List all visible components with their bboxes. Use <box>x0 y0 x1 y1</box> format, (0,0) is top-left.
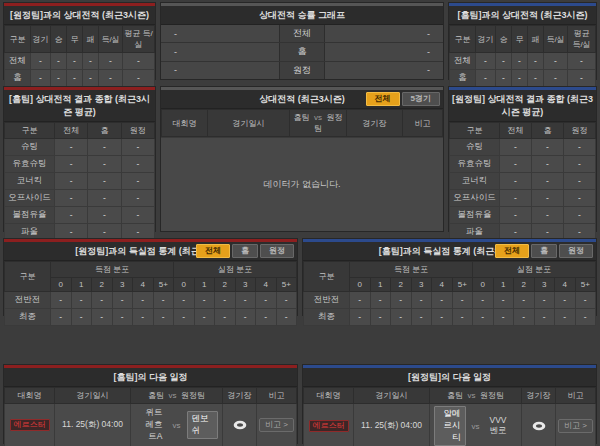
col-header: 비고 <box>403 110 443 137</box>
col-header: 홈 <box>88 123 121 139</box>
stat-cell: - <box>411 292 432 309</box>
stat-cell: - <box>514 309 535 326</box>
table-header-row: 구분 득점 분포 실점 분포 <box>304 262 596 278</box>
stat-cell: - <box>83 70 99 87</box>
stat-cell: - <box>432 292 453 309</box>
datetime-cell: 11. 25(화) 04:00 <box>55 404 131 446</box>
stat-cell: - <box>121 156 154 173</box>
graph-home-value: - <box>161 25 279 42</box>
stat-cell: - <box>391 309 412 326</box>
filter-all-button[interactable]: 전체 <box>495 244 529 258</box>
stat-cell: - <box>92 292 113 309</box>
col-header: 원정 <box>564 123 596 139</box>
col-header: 홈 <box>532 123 564 139</box>
col-header: 비고 <box>257 388 297 404</box>
stat-cell: - <box>121 207 154 224</box>
table-row: 홈 - - - - - - <box>450 70 596 87</box>
stat-cell: - <box>92 309 113 326</box>
graph-row: - 전체 - <box>161 25 443 43</box>
filter-away-button[interactable]: 원정 <box>260 244 294 258</box>
home-team-name: 위트레흐트A <box>135 406 167 444</box>
col-header: 경기장 <box>347 110 403 137</box>
table-row: 최종 ------ ------ <box>304 309 596 326</box>
col-header-home: 홈팀 <box>447 391 463 400</box>
graph-row: - 홈 - <box>161 43 443 61</box>
row-label: 전반전 <box>5 292 51 309</box>
vs-label: vs <box>167 421 187 430</box>
winrate-graph-body: - 전체 - - 홈 - - 원정 - <box>161 25 443 79</box>
stat-cell: - <box>391 292 412 309</box>
stat-cell: - <box>174 292 195 309</box>
col-header: 무 <box>67 26 83 53</box>
note-button[interactable]: 비고 > <box>558 419 593 433</box>
panel-title-h2h-vs-home: [홈팀]과의 상대전적 (최근3시즌) <box>449 3 596 25</box>
filter-all-button[interactable]: 전체 <box>196 244 230 258</box>
stat-cell: - <box>370 292 391 309</box>
table-row: 코너킥--- <box>5 173 155 190</box>
row-label: 오프사이드 <box>5 190 55 207</box>
filter-home-button[interactable]: 홈 <box>232 244 258 258</box>
col-header: 대회명 <box>304 388 354 404</box>
note-cell: 비고 > <box>556 404 596 446</box>
col-header-home: 홈팀 <box>148 391 164 400</box>
stat-cell: - <box>174 309 195 326</box>
stat-cell: - <box>473 309 494 326</box>
col-header-away: 원정팀 <box>181 391 205 400</box>
panel-title-goals-vs-away: [원정팀]과의 득실점 통계 (최근3시즌) 전체 홈 원정 <box>4 239 297 261</box>
stat-cell: - <box>123 53 155 70</box>
stat-cell: - <box>71 292 92 309</box>
panel-title-home-schedule: [홈팀]의 다음 일정 <box>4 365 297 387</box>
stat-cell: - <box>564 190 596 207</box>
graph-row: - 원정 - <box>161 62 443 79</box>
group-header-scored: 득점 분포 <box>51 262 174 278</box>
table-row: 유효슈팅--- <box>450 156 596 173</box>
goals-vs-away-filter-buttons: 전체 홈 원정 <box>196 244 294 258</box>
col-header: 전체 <box>500 123 532 139</box>
col-header: 4 <box>256 278 277 292</box>
stat-cell: - <box>88 207 121 224</box>
graph-row-label: 원정 <box>279 62 325 79</box>
schedule-row: 에르스터 11. 25(화) 04:00 위트레흐트Avs덴보쉬 비고 > <box>5 404 297 446</box>
stadium-icon[interactable] <box>233 420 247 430</box>
col-header: 패 <box>528 26 544 53</box>
table-header-row: 대회명 경기일시 홈팀 vs 원정팀 경기장 비고 <box>162 110 443 137</box>
col-header-match: 홈팀 vs 원정팀 <box>290 110 347 137</box>
table-header-row: 구분 경기 승 무 패 득/실 평균 득/실 <box>5 26 155 53</box>
stat-cell: - <box>256 292 277 309</box>
stat-cell: - <box>575 309 596 326</box>
note-button[interactable]: 비고 > <box>259 418 294 432</box>
table-row: 오프사이드--- <box>5 190 155 207</box>
col-header: 1 <box>194 278 215 292</box>
col-header-home: 홈팀 <box>294 113 310 122</box>
stadium-icon[interactable] <box>532 421 546 431</box>
stat-cell: - <box>194 309 215 326</box>
filter-away-button[interactable]: 원정 <box>559 244 593 258</box>
panel-home-schedule: [홈팀]의 다음 일정 대회명 경기일시 홈팀 vs 원정팀 경기장 비고 에르… <box>3 364 298 444</box>
stat-cell: - <box>528 70 544 87</box>
col-header: 5+ <box>276 278 297 292</box>
stat-cell: - <box>121 139 154 156</box>
stat-cell: - <box>88 156 121 173</box>
col-header: 평균 득/실 <box>568 26 596 53</box>
filter-last5-button[interactable]: 5경기 <box>402 92 440 106</box>
stat-cell: - <box>256 309 277 326</box>
row-label: 최종 <box>5 309 51 326</box>
filter-home-button[interactable]: 홈 <box>531 244 557 258</box>
row-label: 홈 <box>5 70 31 87</box>
match-cell: 위트레흐트Avs덴보쉬 <box>131 404 223 446</box>
stat-cell: - <box>496 53 512 70</box>
col-header-match: 홈팀 vs 원정팀 <box>131 388 223 404</box>
stat-cell: - <box>500 207 532 224</box>
stat-cell: - <box>235 292 256 309</box>
col-header: 1 <box>71 278 92 292</box>
stat-cell: - <box>153 309 174 326</box>
panel-title-winrate-graph: 상대전적 승률 그래프 <box>161 3 443 25</box>
table-row: 슈팅--- <box>450 139 596 156</box>
col-header: 비고 <box>556 388 596 404</box>
col-header: 3 <box>534 278 555 292</box>
stat-cell: - <box>473 292 494 309</box>
stat-cell: - <box>133 292 154 309</box>
panel-goals-vs-home: [홈팀]과의 득실점 통계 (최근3시즌) 전체 홈 원정 구분 득점 분포 실… <box>302 238 597 316</box>
stat-cell: - <box>493 292 514 309</box>
filter-all-button[interactable]: 전체 <box>366 92 400 106</box>
